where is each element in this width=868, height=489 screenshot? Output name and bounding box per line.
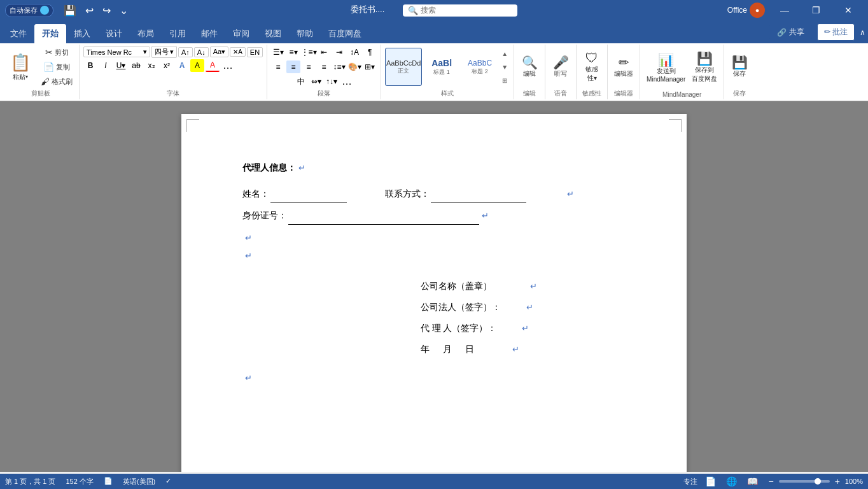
tab-references[interactable]: 引用 (162, 24, 193, 43)
cut-button[interactable]: ✂剪切 (38, 46, 75, 59)
format-painter-button[interactable]: 🖌格式刷 (38, 75, 75, 88)
font-more-btn[interactable]: … (221, 59, 235, 72)
font-color-btn[interactable]: A (206, 59, 220, 72)
focus-btn[interactable]: 专注 (683, 477, 697, 486)
style-normal[interactable]: AaBbCcDd 正文 (385, 48, 422, 86)
styles-down-btn[interactable]: ▼ (500, 61, 510, 73)
send-mindmanager-btn[interactable]: 📊 发送到MindManager (644, 52, 688, 84)
tab-home[interactable]: 开始 (34, 24, 66, 43)
styles-up-btn[interactable]: ▲ (500, 48, 510, 59)
highlight-color-btn[interactable]: A (190, 59, 204, 72)
underline-btn[interactable]: U▾ (114, 59, 128, 72)
undo-btn[interactable]: ↩ (83, 3, 96, 18)
strikethrough-btn[interactable]: ab (129, 59, 143, 72)
restore-btn[interactable]: ❐ (802, 0, 831, 20)
title-bar-left: 自动保存 💾 ↩ ↪ ⌄ (5, 3, 291, 18)
bullet-list-btn[interactable]: ☰▾ (271, 46, 285, 59)
minimize-btn[interactable]: — (770, 0, 799, 20)
font-shrink-btn[interactable]: A↓ (194, 47, 209, 57)
text-direction-btn[interactable]: ↑↓▾ (325, 75, 339, 88)
comment-button[interactable]: ✏ 批注 (817, 24, 855, 41)
chinese-format-btn[interactable]: 中 (294, 75, 308, 88)
save-btn[interactable]: 💾 保存 (728, 55, 751, 80)
spelling-icon[interactable]: ✓ (165, 477, 171, 486)
change-case-btn[interactable]: Aa▾ (210, 46, 228, 57)
multilevel-list-btn[interactable]: ⋮≡▾ (302, 46, 316, 59)
tab-file[interactable]: 文件 (3, 24, 34, 43)
show-marks-btn[interactable]: ¶ (363, 46, 377, 59)
dictate-label: 语音 (554, 88, 567, 98)
office-account-btn[interactable]: ● (750, 3, 765, 18)
italic-btn[interactable]: I (99, 59, 113, 72)
number-list-btn[interactable]: ≡▾ (286, 46, 300, 59)
font-grow-btn[interactable]: A↑ (178, 47, 193, 57)
save-baidu-btn[interactable]: 💾 保存到百度网盘 (689, 51, 720, 85)
customize-btn[interactable]: ⌄ (117, 3, 130, 18)
autosave-toggle[interactable]: 自动保存 (5, 4, 53, 17)
align-center-btn[interactable]: ≡ (286, 60, 300, 73)
borders-btn[interactable]: ⊞▾ (363, 60, 377, 73)
status-left: 第 1 页，共 1 页 152 个字 📄 英语(美国) ✓ (5, 477, 171, 486)
sort-btn[interactable]: ↕A (347, 46, 361, 59)
paste-button[interactable]: 📋 粘贴 ▾ (6, 52, 34, 83)
styles-content: AaBbCcDd 正文 AaBl 标题 1 AaBbC 标题 2 ▲ ▼ (385, 46, 510, 88)
tab-view[interactable]: 视图 (257, 24, 289, 43)
agent-info-title: 代理人信息： (242, 160, 296, 176)
tab-insert[interactable]: 插入 (66, 24, 98, 43)
superscript-btn[interactable]: x² (160, 59, 174, 72)
subscript-btn[interactable]: x₂ (144, 59, 158, 72)
tab-baidu[interactable]: 百度网盘 (321, 24, 369, 43)
para-mark-3: ↵ (482, 208, 489, 223)
style-heading1[interactable]: AaBl 标题 1 (423, 48, 460, 86)
share-button[interactable]: 🔗 共享 (769, 24, 812, 40)
increase-indent-btn[interactable]: ⇥ (332, 46, 346, 59)
clear-format-btn[interactable]: ✕A (230, 47, 246, 57)
tab-mailings[interactable]: 邮件 (193, 24, 225, 43)
sensitivity-btn[interactable]: 🛡 敏感性▾ (580, 50, 603, 84)
char-shading-btn[interactable]: EN (247, 47, 263, 57)
doc-icon[interactable]: 📄 (104, 477, 113, 486)
editor-btn[interactable]: ✏ 编辑器 (612, 55, 636, 80)
title-bar: 自动保存 💾 ↩ ↪ ⌄ 委托书.... 🔍 Office ● — ❐ ✕ (0, 0, 868, 20)
search-input[interactable] (421, 6, 497, 15)
tab-help[interactable]: 帮助 (289, 24, 321, 43)
read-mode-btn[interactable]: 📖 (745, 475, 760, 488)
collapse-ribbon-btn[interactable]: ∧ (860, 28, 865, 37)
tab-design[interactable]: 设计 (98, 24, 130, 43)
styles-more-btn[interactable]: ⊞ (500, 74, 510, 86)
para-more-btn[interactable]: … (340, 75, 354, 88)
justify-btn[interactable]: ≡ (317, 60, 331, 73)
redo-btn[interactable]: ↪ (100, 3, 113, 18)
word-count: 152 个字 (66, 477, 93, 486)
para-spacing-btn[interactable]: ⇔▾ (309, 75, 323, 88)
shading-btn[interactable]: 🎨▾ (347, 60, 361, 73)
tab-review[interactable]: 审阅 (225, 24, 257, 43)
save-quick-btn[interactable]: 💾 (61, 3, 79, 18)
sensitivity-label: 敏感性 (582, 88, 601, 98)
para-mark-4: ↵ (245, 233, 252, 243)
zoom-slider[interactable] (779, 480, 830, 483)
copy-button[interactable]: 📄复制 (38, 60, 75, 73)
style-heading2[interactable]: AaBbC 标题 2 (461, 48, 498, 86)
text-effect-btn[interactable]: A (175, 59, 189, 72)
font-size-select[interactable]: 四号▾ (151, 46, 177, 58)
document-area[interactable]: 代理人信息： ↵ 姓名： 联系方式： ↵ 身份证号： ↵ ↵ ↵ (0, 101, 868, 472)
web-layout-btn[interactable]: 🌐 (724, 475, 739, 488)
quick-access-toolbar: 💾 ↩ ↪ ⌄ (61, 3, 130, 18)
print-layout-btn[interactable]: 📄 (703, 475, 718, 488)
zoom-out-btn[interactable]: − (766, 475, 776, 488)
align-right-btn[interactable]: ≡ (302, 60, 316, 73)
decrease-indent-btn[interactable]: ⇤ (317, 46, 331, 59)
line-spacing-btn[interactable]: ↕≡▾ (332, 60, 346, 73)
dictate-btn[interactable]: 🎤 听写 (549, 55, 572, 80)
zoom-level[interactable]: 100% (845, 478, 863, 485)
bold-btn[interactable]: B (83, 59, 97, 72)
tab-layout[interactable]: 布局 (130, 24, 162, 43)
zoom-in-btn[interactable]: + (832, 475, 843, 488)
empty-1: ↵ (242, 230, 626, 248)
find-replace-btn[interactable]: 🔍 编辑 (518, 55, 541, 80)
font-name-select[interactable]: Times New Rc▾ (83, 46, 150, 57)
close-btn[interactable]: ✕ (834, 0, 863, 20)
language[interactable]: 英语(美国) (123, 477, 155, 486)
align-left-btn[interactable]: ≡ (271, 60, 285, 73)
